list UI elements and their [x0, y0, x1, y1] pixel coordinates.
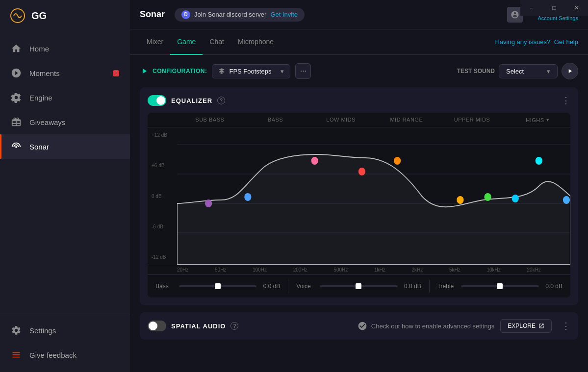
- sidebar-item-feedback[interactable]: Give feedback: [0, 343, 130, 367]
- sidebar-label-giveaways: Giveaways: [29, 118, 65, 126]
- freq-20hz: 20Hz: [177, 267, 188, 273]
- minimize-button[interactable]: –: [520, 0, 543, 16]
- explore-button[interactable]: EXPLORE: [500, 319, 552, 333]
- tab-mixer[interactable]: Mixer: [140, 29, 170, 55]
- freq-20khz: 20kHz: [527, 267, 541, 273]
- spatial-audio-right: Check out how to enable advanced setting…: [358, 319, 570, 333]
- eq-sliders: Bass 0.0 dB Voice 0.0 dB T: [148, 274, 570, 298]
- sidebar-label-engine: Engine: [29, 94, 52, 102]
- discord-invite-link[interactable]: Get Invite: [270, 11, 298, 18]
- db-label-neg12: -12 dB: [152, 254, 173, 260]
- eq-dot-8[interactable]: [536, 157, 542, 165]
- eq-dot-9[interactable]: [563, 196, 570, 204]
- window-chrome: – □ ✕: [520, 0, 588, 16]
- eq-dot-2[interactable]: [311, 157, 318, 165]
- config-select-dropdown[interactable]: FPS Footsteps ▾: [212, 64, 290, 78]
- spatial-audio-toggle[interactable]: [148, 321, 166, 331]
- db-label-6: +6 dB: [152, 163, 173, 168]
- fps-icon: [218, 68, 225, 74]
- eq-band-midrange: MID RANGE: [374, 113, 439, 127]
- equalizer-toggle[interactable]: [148, 95, 166, 106]
- db-label-neg6: -6 dB: [152, 224, 173, 229]
- eq-band-subbass: SUB BASS: [177, 113, 243, 127]
- eq-slider-voice-label: Voice: [296, 283, 316, 290]
- tab-microphone[interactable]: Microphone: [231, 29, 281, 55]
- sidebar-divider: [0, 314, 130, 314]
- config-more-button[interactable]: ···: [295, 63, 311, 79]
- spatial-more-button[interactable]: ⋮: [562, 321, 570, 331]
- giveaways-icon: [11, 117, 22, 127]
- eq-slider-voice: Voice 0.0 dB: [288, 280, 429, 293]
- discord-banner[interactable]: D Join Sonar discord server Get Invite: [175, 8, 305, 22]
- sidebar-label-settings: Settings: [29, 326, 56, 335]
- sidebar-item-giveaways[interactable]: Giveaways: [0, 110, 130, 134]
- eq-slider-treble-label: Treble: [437, 283, 457, 290]
- eq-slider-bass-thumb[interactable]: [215, 283, 221, 289]
- sidebar-label-feedback: Give feedback: [29, 351, 77, 359]
- maximize-button[interactable]: □: [543, 0, 565, 16]
- eq-dot-6[interactable]: [484, 193, 491, 201]
- sidebar-item-sonar[interactable]: Sonar: [0, 134, 130, 159]
- eq-dot-3[interactable]: [358, 168, 365, 175]
- freq-500hz: 500Hz: [333, 267, 348, 273]
- eq-slider-voice-value: 0.0 dB: [402, 283, 421, 290]
- account-settings-link[interactable]: Account Settings: [528, 15, 578, 21]
- eq-slider-voice-thumb[interactable]: [356, 283, 361, 289]
- spatial-cta-text: Check out how to enable advanced setting…: [371, 322, 495, 330]
- eq-header: EQUALIZER ? ⋮: [148, 95, 570, 106]
- eq-band-lowmids: LOW MIDS: [308, 113, 374, 127]
- topbar-title: Sonar: [140, 9, 165, 20]
- moments-badge: !: [113, 70, 119, 76]
- test-sound-select[interactable]: Select ▾: [499, 64, 558, 78]
- sidebar-nav: Home Moments ! Engine Giveaways: [0, 31, 130, 310]
- freq-100hz: 100Hz: [253, 267, 267, 273]
- steelseries-logo-icon: [10, 8, 26, 24]
- tab-game[interactable]: Game: [170, 29, 203, 55]
- eq-slider-treble-thumb[interactable]: [497, 283, 503, 289]
- sidebar-item-engine[interactable]: Engine: [0, 85, 130, 110]
- eq-curve: [177, 154, 570, 265]
- eq-db-labels: +12 dB +6 dB 0 dB -6 dB -12 dB: [148, 127, 177, 265]
- get-help-link[interactable]: Get help: [554, 38, 578, 46]
- spatial-audio-section: SPATIAL AUDIO ? Check out how to enable …: [140, 312, 578, 340]
- freq-1khz: 1kHz: [374, 267, 385, 273]
- eq-slider-treble-track[interactable]: [461, 285, 539, 287]
- eq-slider-bass-label: Bass: [155, 283, 175, 290]
- eq-help-icon[interactable]: ?: [217, 97, 225, 104]
- eq-dot-4[interactable]: [394, 157, 401, 165]
- eq-slider-voice-track[interactable]: [320, 285, 397, 287]
- external-link-icon: [538, 323, 544, 329]
- eq-dot-0[interactable]: [205, 199, 212, 207]
- eq-dot-7[interactable]: [512, 195, 519, 202]
- freq-10khz: 10kHz: [486, 267, 500, 273]
- sidebar-item-moments[interactable]: Moments !: [0, 61, 130, 85]
- settings-icon: [11, 325, 22, 336]
- avatar-icon: [511, 10, 519, 19]
- eq-dot-1[interactable]: [244, 193, 251, 201]
- engine-icon: [11, 92, 22, 103]
- test-sound-value: Select: [506, 68, 524, 75]
- discord-icon: D: [181, 10, 190, 19]
- freq-2khz: 2kHz: [411, 267, 423, 273]
- tab-chat[interactable]: Chat: [203, 29, 231, 55]
- equalizer-section: EQUALIZER ? ⋮ SUB BASS BASS LOW MIDS MID…: [140, 87, 578, 305]
- app-title: GG: [31, 10, 47, 22]
- test-sound-label: TEST SOUND: [457, 68, 495, 74]
- eq-dot-5[interactable]: [457, 196, 463, 204]
- spatial-help-icon[interactable]: ?: [230, 322, 238, 330]
- sidebar-item-settings[interactable]: Settings: [0, 318, 130, 343]
- play-button[interactable]: [562, 63, 578, 79]
- eq-more-button[interactable]: ⋮: [562, 95, 570, 106]
- eq-band-uppermids: UPPER MIDS: [439, 113, 505, 127]
- config-icon: [140, 67, 149, 75]
- sidebar-logo: GG: [0, 0, 130, 31]
- content-area: CONFIGURATION: FPS Footsteps ▾ ··· TEST …: [130, 55, 588, 372]
- eq-band-empty: [148, 113, 177, 127]
- eq-slider-bass-track[interactable]: [179, 285, 256, 287]
- close-button[interactable]: ✕: [565, 0, 588, 16]
- explore-label: EXPLORE: [508, 322, 536, 329]
- sidebar-label-sonar: Sonar: [29, 143, 49, 151]
- sidebar-item-home[interactable]: Home: [0, 36, 130, 61]
- main-content: Sonar D Join Sonar discord server Get In…: [130, 0, 588, 372]
- spatial-cta: Check out how to enable advanced setting…: [358, 321, 495, 331]
